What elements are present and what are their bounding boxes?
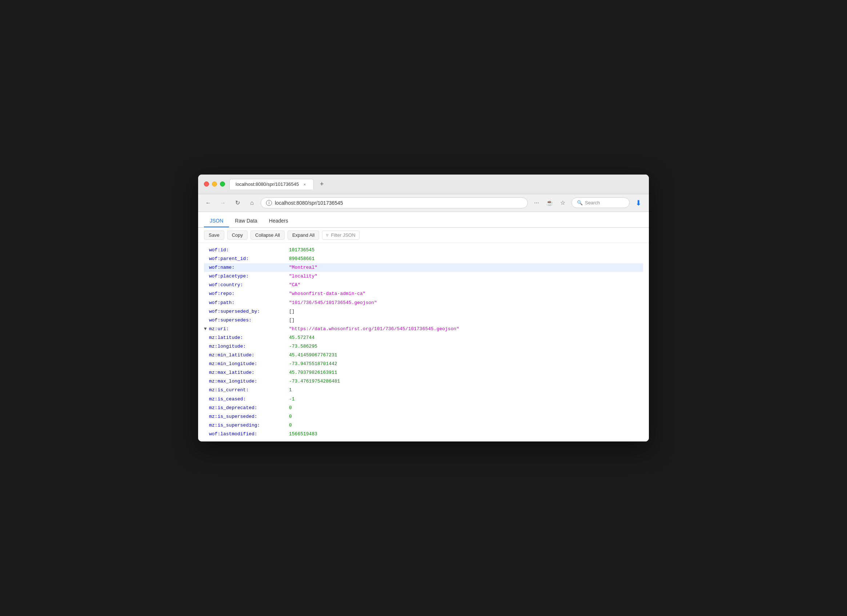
tab-title: localhost:8080/spr/101736545 — [236, 182, 299, 187]
table-row: mz:is_ceased: -1 — [204, 395, 643, 404]
json-value: 0 — [289, 413, 292, 421]
json-value: "locality" — [289, 272, 317, 281]
no-arrow — [204, 246, 209, 254]
table-row: wof:name: "Montreal" — [204, 263, 643, 272]
table-row: wof:supersedes: [] — [204, 316, 643, 325]
save-button[interactable]: Save — [204, 230, 224, 239]
filter-input[interactable]: ▿ Filter JSON — [322, 230, 359, 239]
collapse-arrow[interactable]: ▼ — [204, 325, 209, 333]
json-value: 101736545 — [289, 246, 314, 254]
address-text: localhost:8080/spr/101736545 — [275, 200, 522, 206]
json-value: -1 — [289, 395, 295, 403]
more-options-button[interactable]: ··· — [531, 197, 542, 209]
fullscreen-window-button[interactable] — [220, 182, 225, 186]
no-arrow — [204, 272, 209, 281]
pocket-button[interactable]: ☕ — [544, 197, 555, 209]
no-arrow — [204, 413, 209, 421]
search-bar[interactable]: 🔍 Search — [571, 198, 630, 208]
table-row: ▼ mz:uri: "https://data.whosonfirst.org/… — [204, 325, 643, 334]
table-row: mz:is_current: 1 — [204, 386, 643, 394]
json-key: mz:uri: — [209, 325, 289, 333]
back-button[interactable]: ← — [202, 197, 214, 209]
download-button[interactable]: ⬇ — [633, 197, 645, 209]
no-arrow — [204, 386, 209, 394]
search-input[interactable]: Search — [585, 200, 600, 205]
no-arrow — [204, 334, 209, 342]
content-tabs: JSON Raw Data Headers — [198, 212, 649, 227]
json-key: mz:is_deprecated: — [209, 404, 289, 412]
json-key: mz:longitude: — [209, 343, 289, 350]
home-button[interactable]: ⌂ — [246, 197, 258, 209]
tab-json[interactable]: JSON — [204, 215, 229, 227]
table-row: wof:repo: "whosonfirst-data-admin-ca" — [204, 290, 643, 298]
json-value: 1566519483 — [289, 430, 317, 438]
minimize-window-button[interactable] — [212, 182, 217, 186]
no-arrow — [204, 404, 209, 412]
tab-raw-data[interactable]: Raw Data — [229, 215, 263, 227]
table-row: wof:id: 101736545 — [204, 246, 643, 254]
table-row: wof:country: "CA" — [204, 281, 643, 290]
forward-button[interactable]: → — [217, 197, 229, 209]
table-row: wof:parent_id: 890458661 — [204, 254, 643, 263]
table-row: mz:min_longitude: -73.9475518701442 — [204, 360, 643, 368]
json-key: wof:id: — [209, 246, 289, 254]
table-row: wof:path: "101/736/545/101736545.geojson… — [204, 298, 643, 307]
tab-headers[interactable]: Headers — [263, 215, 294, 227]
json-key: mz:min_longitude: — [209, 360, 289, 368]
nav-bar: ← → ↻ ⌂ i localhost:8080/spr/101736545 ·… — [198, 194, 649, 212]
collapse-all-button[interactable]: Collapse All — [251, 230, 285, 239]
json-value: "CA" — [289, 281, 300, 289]
close-window-button[interactable] — [204, 182, 209, 186]
json-value: 45.70379826163911 — [289, 369, 337, 377]
json-value: 0 — [289, 421, 292, 430]
table-row: wof:lastmodified: 1566519483 — [204, 430, 643, 439]
json-value: "101/736/545/101736545.geojson" — [289, 299, 377, 307]
no-arrow — [204, 360, 209, 368]
table-row: wof:placetype: "locality" — [204, 272, 643, 281]
json-key: wof:country: — [209, 281, 289, 289]
reload-button[interactable]: ↻ — [232, 197, 243, 209]
json-key: wof:name: — [209, 264, 289, 272]
new-tab-button[interactable]: + — [317, 179, 327, 189]
security-icon: i — [266, 200, 272, 206]
no-arrow — [204, 395, 209, 403]
table-row: mz:longitude: -73.586295 — [204, 342, 643, 351]
no-arrow — [204, 281, 209, 289]
json-key: mz:max_longitude: — [209, 377, 289, 386]
bookmark-button[interactable]: ☆ — [557, 197, 568, 209]
json-key: wof:path: — [209, 299, 289, 307]
json-value: -73.586295 — [289, 343, 317, 350]
tab-close-button[interactable]: × — [302, 182, 307, 187]
json-value: -73.47619754286481 — [289, 377, 340, 386]
table-row: mz:is_deprecated: 0 — [204, 404, 643, 412]
no-arrow — [204, 377, 209, 386]
table-row: mz:is_superseding: 0 — [204, 421, 643, 430]
browser-tab[interactable]: localhost:8080/spr/101736545 × — [229, 179, 314, 189]
copy-button[interactable]: Copy — [227, 230, 248, 239]
json-key: wof:superseded_by: — [209, 308, 289, 316]
json-value: "Montreal" — [289, 264, 317, 272]
json-key: mz:is_superseded: — [209, 413, 289, 421]
no-arrow — [204, 264, 209, 272]
no-arrow — [204, 308, 209, 316]
title-bar: localhost:8080/spr/101736545 × + — [198, 174, 649, 194]
no-arrow — [204, 299, 209, 307]
json-key: wof:lastmodified: — [209, 430, 289, 438]
json-value: [] — [289, 308, 295, 316]
no-arrow — [204, 316, 209, 324]
json-value: 1 — [289, 386, 292, 394]
table-row: mz:min_latitude: 45.41459067767231 — [204, 351, 643, 360]
no-arrow — [204, 290, 209, 298]
json-key: wof:parent_id: — [209, 255, 289, 263]
address-bar[interactable]: i localhost:8080/spr/101736545 — [261, 198, 528, 208]
json-value: "https://data.whosonfirst.org/101/736/54… — [289, 325, 459, 333]
table-row: mz:is_superseded: 0 — [204, 412, 643, 421]
table-row: mz:max_latitude: 45.70379826163911 — [204, 368, 643, 377]
search-icon: 🔍 — [577, 200, 583, 205]
table-row: wof:superseded_by: [] — [204, 307, 643, 316]
json-value: 890458661 — [289, 255, 314, 263]
no-arrow — [204, 430, 209, 438]
no-arrow — [204, 421, 209, 430]
json-key: mz:is_superseding: — [209, 421, 289, 430]
expand-all-button[interactable]: Expand All — [288, 230, 319, 239]
